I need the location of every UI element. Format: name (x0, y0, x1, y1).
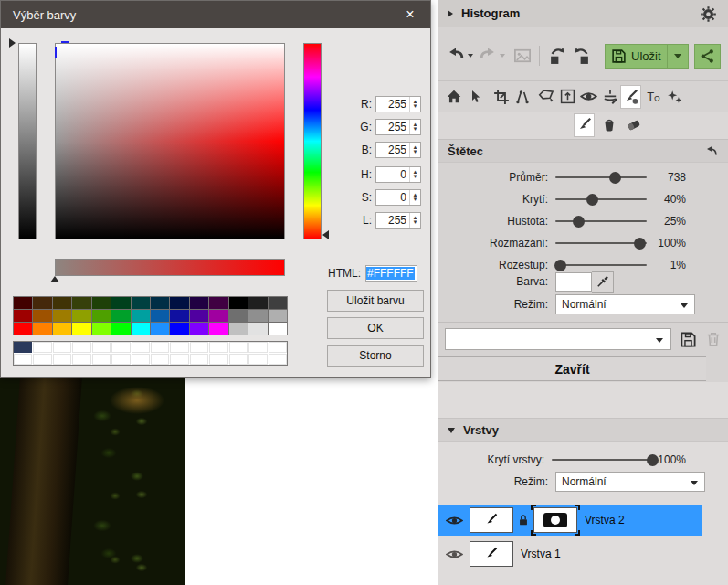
custom-empty-swatch[interactable] (14, 354, 32, 365)
view-tool[interactable] (578, 85, 599, 109)
l-input[interactable]: 255 ▲▼ (375, 212, 421, 229)
layer-visibility-icon[interactable] (438, 546, 470, 563)
photo-canvas[interactable] (0, 378, 185, 585)
brush-subtool-selected[interactable] (574, 113, 595, 137)
close-icon[interactable]: × (390, 1, 430, 28)
custom-empty-swatch[interactable] (170, 354, 188, 365)
close-tool-button[interactable]: Zavřít (438, 356, 706, 381)
palette-swatch[interactable] (190, 310, 208, 322)
layer-opacity-knob[interactable] (647, 454, 659, 466)
l-spinner[interactable]: ▲▼ (409, 213, 420, 228)
clone-stamp-tool[interactable] (599, 85, 620, 109)
palette-swatch[interactable] (92, 297, 111, 309)
palette-swatch[interactable] (170, 310, 188, 322)
lock-icon[interactable] (513, 514, 533, 526)
dialog-titlebar[interactable]: Výběr barvy × (1, 1, 430, 28)
redo-button[interactable] (478, 46, 498, 66)
custom-empty-swatch[interactable] (151, 342, 169, 353)
spacing-slider[interactable] (555, 264, 647, 266)
palette-swatch[interactable] (132, 323, 150, 335)
save-dropdown-icon[interactable] (674, 54, 681, 58)
layers-section-header[interactable]: Vrstvy (438, 418, 728, 442)
save-preset-icon[interactable] (680, 331, 697, 348)
crop-tool[interactable] (491, 85, 512, 109)
home-tool[interactable] (443, 85, 464, 109)
custom-empty-swatch[interactable] (132, 354, 150, 365)
palette-swatch[interactable] (190, 323, 208, 335)
palette-swatch[interactable] (92, 310, 111, 322)
histogram-header[interactable]: Histogram (438, 0, 728, 27)
reset-icon[interactable] (704, 144, 719, 158)
brush-mode-select[interactable]: Normální (555, 294, 695, 314)
blur-slider[interactable] (555, 242, 647, 244)
diameter-knob[interactable] (609, 172, 621, 184)
undo-button[interactable] (446, 46, 466, 66)
preset-combo[interactable] (445, 328, 671, 350)
custom-empty-swatch[interactable] (53, 354, 71, 365)
palette-swatch[interactable] (151, 310, 169, 322)
palette-swatch[interactable] (72, 323, 90, 335)
palette-swatch[interactable] (190, 297, 208, 309)
palette-swatch[interactable] (53, 323, 71, 335)
palette-swatch[interactable] (248, 323, 267, 335)
custom-empty-swatch[interactable] (190, 354, 208, 365)
layer-thumbnail[interactable] (470, 541, 513, 567)
ok-button[interactable]: OK (327, 317, 424, 339)
s-input[interactable]: 0 ▲▼ (375, 189, 421, 206)
palette-swatch[interactable] (33, 310, 51, 322)
custom-empty-swatch[interactable] (72, 354, 90, 365)
custom-empty-swatch[interactable] (209, 354, 227, 365)
custom-saved-swatch[interactable] (14, 342, 32, 353)
palette-swatch[interactable] (209, 297, 227, 309)
h-value[interactable]: 0 (376, 167, 409, 182)
eyedropper-button[interactable] (592, 271, 614, 292)
g-spinner[interactable]: ▲▼ (409, 120, 420, 134)
share-button[interactable] (694, 44, 721, 69)
redo-dropdown-icon[interactable] (500, 54, 505, 58)
selection-cursor-tool[interactable] (464, 85, 485, 109)
palette-swatch[interactable] (151, 323, 169, 335)
h-input[interactable]: 0 ▲▼ (375, 166, 421, 183)
h-spinner[interactable]: ▲▼ (409, 167, 420, 182)
layer-visibility-icon[interactable] (438, 512, 470, 529)
save-button[interactable]: Uložit (605, 44, 689, 69)
save-color-button[interactable]: Uložit barvu (327, 290, 424, 312)
custom-empty-swatch[interactable] (111, 342, 130, 353)
palette-swatch[interactable] (209, 310, 227, 322)
brush-color-swatch[interactable] (555, 272, 592, 292)
hue-marker[interactable] (322, 230, 329, 239)
fill-bucket-subtool[interactable] (598, 113, 619, 137)
palette-swatch[interactable] (170, 297, 188, 309)
palette-swatch[interactable] (269, 297, 287, 309)
layer-mode-select[interactable]: Normální (555, 472, 705, 492)
palette-swatch[interactable] (72, 297, 90, 309)
hue-bar[interactable] (303, 43, 322, 239)
palette-swatch[interactable] (111, 310, 130, 322)
gear-icon[interactable] (700, 5, 717, 23)
layer-row-vrstva2[interactable]: Vrstva 2 (438, 505, 702, 536)
saturation-lightness-field[interactable] (55, 43, 285, 239)
html-color-input[interactable]: #FFFFFF (365, 265, 417, 282)
line-tool[interactable] (512, 85, 533, 109)
palette-swatch[interactable] (229, 297, 248, 309)
rotate-left-button[interactable] (547, 46, 567, 66)
b-input[interactable]: 255 ▲▼ (375, 142, 421, 158)
palette-swatch[interactable] (14, 297, 32, 309)
text-tool[interactable]: TΩ (643, 85, 664, 109)
html-color-value[interactable]: #FFFFFF (366, 267, 415, 280)
paint-tool-selected[interactable] (620, 85, 641, 109)
saturation-strip[interactable] (55, 259, 285, 276)
export-tool[interactable] (557, 85, 578, 109)
layer-name[interactable]: Vrstva 1 (521, 548, 561, 560)
layer-mask-thumbnail[interactable] (533, 507, 577, 533)
palette-swatch[interactable] (14, 323, 32, 335)
undo-dropdown-icon[interactable] (468, 54, 473, 58)
l-value[interactable]: 255 (376, 213, 409, 228)
r-input[interactable]: 255 ▲▼ (375, 96, 421, 112)
custom-empty-swatch[interactable] (229, 354, 248, 365)
r-value[interactable]: 255 (376, 97, 409, 112)
custom-empty-swatch[interactable] (132, 342, 150, 353)
palette-swatch[interactable] (248, 297, 267, 309)
custom-empty-swatch[interactable] (72, 342, 90, 353)
palette-swatch[interactable] (170, 323, 188, 335)
